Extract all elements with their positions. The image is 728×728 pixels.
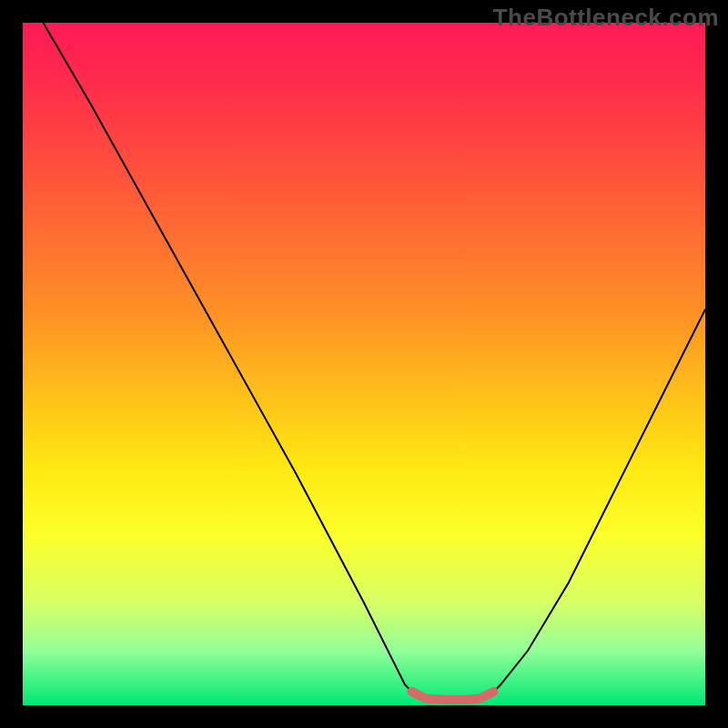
- chart-frame: TheBottleneck.com: [0, 0, 728, 728]
- chart-curve-bottom: [412, 692, 494, 700]
- chart-curve-left: [44, 23, 420, 699]
- plot-area: [23, 23, 705, 705]
- chart-curve-right: [487, 309, 705, 699]
- watermark-text: TheBottleneck.com: [493, 4, 719, 32]
- chart-curves: [23, 23, 705, 705]
